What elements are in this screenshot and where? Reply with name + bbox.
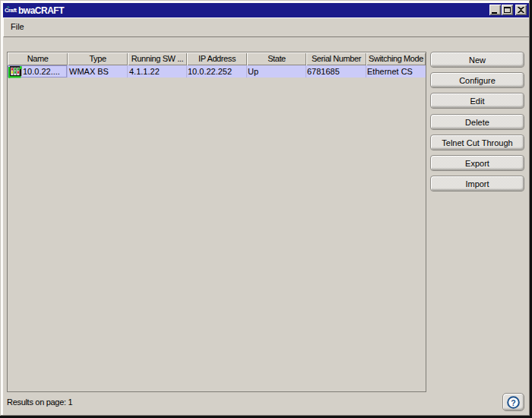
svg-text:Craft: Craft bbox=[5, 7, 17, 13]
svg-text:?: ? bbox=[511, 398, 515, 407]
